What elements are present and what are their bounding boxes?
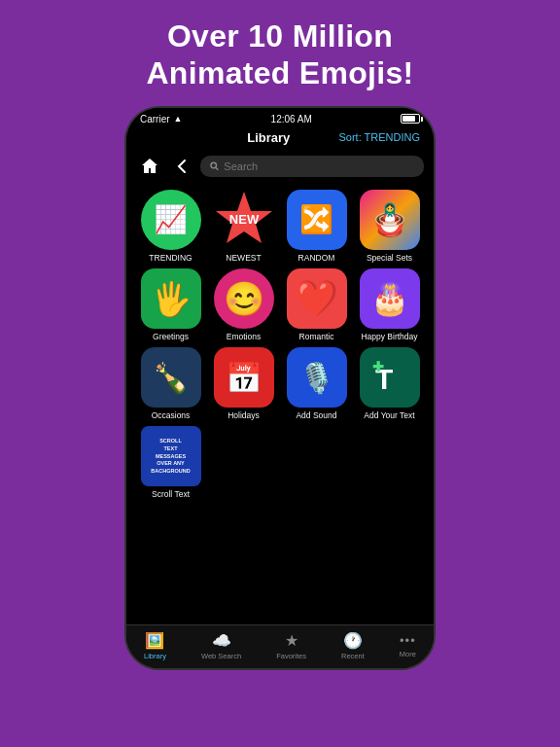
- grid-item-scroll-text[interactable]: SCROLLTEXTMESSAGESOVER ANYBACHGROUND Scr…: [136, 426, 205, 499]
- add-sound-icon: 🎙️: [287, 347, 347, 408]
- search-bar[interactable]: [200, 156, 424, 177]
- tab-bar: 🖼️ Library ☁️ Web Search ★ Favorites 🕐 R…: [126, 624, 434, 668]
- happy-birthday-label: Happy Birthday: [361, 332, 417, 341]
- grid-container: 📈 TRENDING NEW NEWEST 🔀 RANDOM: [126, 184, 434, 624]
- romantic-label: Romantic: [299, 332, 334, 341]
- more-tab-label: More: [400, 650, 416, 658]
- home-button[interactable]: [136, 153, 163, 180]
- battery-area: [401, 114, 420, 124]
- emoji-grid: 📈 TRENDING NEW NEWEST 🔀 RANDOM: [136, 190, 424, 500]
- holidays-icon: 📅: [214, 347, 274, 408]
- grid-item-happy-birthday[interactable]: 🎂 Happy Birthday: [355, 268, 424, 341]
- web-search-tab-icon: ☁️: [212, 631, 231, 650]
- scroll-text-icon: SCROLLTEXTMESSAGESOVER ANYBACHGROUND: [141, 426, 201, 486]
- favorites-tab-label: Favorites: [276, 652, 306, 660]
- sort-button[interactable]: Sort: TRENDING: [338, 131, 420, 143]
- emotions-icon: 😊: [214, 268, 274, 329]
- svg-line-1: [216, 167, 218, 169]
- time-label: 12:06 AM: [271, 114, 312, 124]
- greetings-icon: 🖐️: [141, 268, 201, 329]
- recent-tab-icon: 🕐: [343, 631, 363, 650]
- trending-icon: 📈: [141, 190, 201, 250]
- random-icon: 🔀: [287, 190, 347, 250]
- status-bar: Carrier ▲ 12:06 AM: [126, 108, 434, 126]
- grid-item-holidays[interactable]: 📅 Holidays: [209, 347, 278, 420]
- svg-point-0: [211, 162, 217, 168]
- add-sound-label: Add Sound: [296, 410, 336, 420]
- happy-birthday-icon: 🎂: [360, 268, 420, 329]
- grid-item-emotions[interactable]: 😊 Emotions: [209, 268, 278, 341]
- special-sets-label: Special Sets: [367, 253, 412, 263]
- special-sets-icon: 🪆: [360, 190, 420, 250]
- random-label: RANDOM: [298, 253, 335, 263]
- holidays-label: Holidays: [228, 410, 260, 420]
- web-search-tab-label: Web Search: [201, 652, 241, 660]
- more-tab-icon: •••: [400, 633, 416, 648]
- newest-icon: NEW: [214, 190, 274, 250]
- add-your-text-icon: T ✚: [360, 347, 420, 408]
- nav-bar: Library Sort: TRENDING: [126, 126, 434, 149]
- grid-item-occasions[interactable]: 🍾 Occasions: [136, 347, 205, 420]
- occasions-label: Occasions: [152, 410, 191, 420]
- emotions-label: Emotions: [227, 332, 261, 341]
- newest-label: NEWEST: [226, 253, 261, 263]
- tab-recent[interactable]: 🕐 Recent: [341, 631, 365, 660]
- favorites-tab-icon: ★: [285, 631, 298, 650]
- grid-item-add-sound[interactable]: 🎙️ Add Sound: [282, 347, 351, 420]
- carrier-label: Carrier: [140, 114, 170, 124]
- library-tab-icon: 🖼️: [145, 631, 164, 650]
- promo-text: Over 10 Million Animated Emojis!: [146, 18, 413, 92]
- recent-tab-label: Recent: [341, 652, 365, 660]
- trending-label: TRENDING: [149, 253, 192, 263]
- romantic-icon: ❤️: [287, 268, 347, 329]
- back-button[interactable]: [171, 156, 192, 177]
- svg-text:✚: ✚: [372, 359, 384, 374]
- battery-icon: [401, 114, 420, 124]
- search-input[interactable]: [224, 160, 414, 172]
- svg-text:NEW: NEW: [228, 212, 259, 227]
- grid-item-trending[interactable]: 📈 TRENDING: [136, 190, 205, 263]
- grid-item-romantic[interactable]: ❤️ Romantic: [282, 268, 351, 341]
- grid-item-greetings[interactable]: 🖐️ Greetings: [136, 268, 205, 341]
- tab-favorites[interactable]: ★ Favorites: [276, 631, 306, 660]
- wifi-icon: ▲: [174, 114, 183, 124]
- scroll-text-label: Scroll Text: [152, 489, 190, 499]
- toolbar: [126, 149, 434, 184]
- greetings-label: Greetings: [153, 332, 189, 341]
- occasions-icon: 🍾: [141, 347, 201, 408]
- tab-more[interactable]: ••• More: [400, 633, 416, 658]
- grid-item-random[interactable]: 🔀 RANDOM: [282, 190, 351, 263]
- grid-item-newest[interactable]: NEW NEWEST: [209, 190, 278, 263]
- grid-item-special-sets[interactable]: 🪆 Special Sets: [355, 190, 424, 263]
- tab-web-search[interactable]: ☁️ Web Search: [201, 631, 241, 660]
- nav-title: Library: [247, 130, 290, 145]
- phone-frame: Carrier ▲ 12:06 AM Library Sort: TRENDIN…: [124, 106, 436, 670]
- grid-item-add-your-text[interactable]: T ✚ Add Your Text: [355, 347, 424, 420]
- add-your-text-label: Add Your Text: [364, 410, 414, 420]
- tab-library[interactable]: 🖼️ Library: [144, 631, 166, 660]
- library-tab-label: Library: [144, 652, 166, 660]
